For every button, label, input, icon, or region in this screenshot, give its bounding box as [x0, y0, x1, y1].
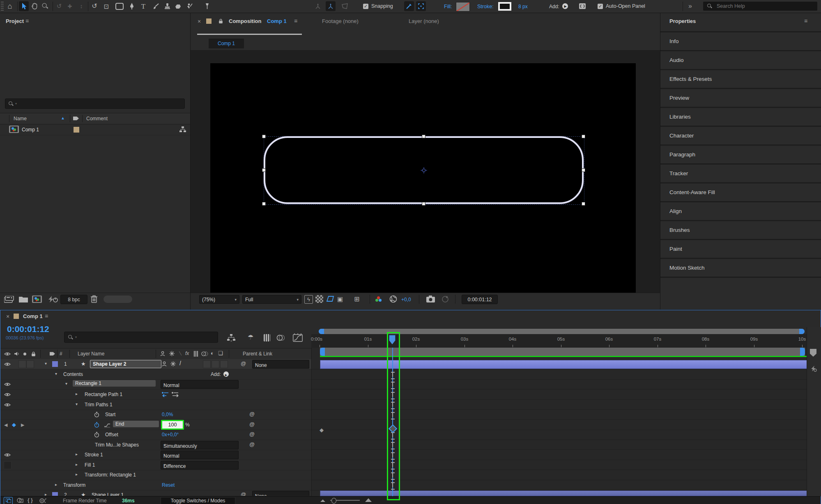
- panel-tab-audio[interactable]: Audio: [660, 51, 821, 70]
- channel-button[interactable]: [375, 296, 383, 302]
- layer-name[interactable]: Shape Layer 1: [92, 492, 124, 496]
- properties-panel-title[interactable]: Properties: [669, 18, 696, 24]
- comp-button-icon[interactable]: [810, 365, 817, 372]
- column-parent-link[interactable]: Parent & Link: [243, 351, 272, 357]
- eye-toggle-empty[interactable]: [4, 461, 11, 469]
- layer-label-swatch[interactable]: [52, 361, 58, 367]
- project-panel-menu-icon[interactable]: ≡: [25, 18, 29, 24]
- mask-visibility-button[interactable]: [326, 296, 335, 302]
- viewer-subtab[interactable]: Comp 1: [209, 39, 244, 48]
- fill-swatch[interactable]: [456, 2, 470, 11]
- hand-tool[interactable]: [30, 1, 39, 11]
- comp-marker-bin-icon[interactable]: [810, 349, 816, 357]
- timeline-zoom-in-icon[interactable]: [365, 498, 372, 502]
- end-value-input[interactable]: 100: [161, 420, 184, 430]
- pen-tool[interactable]: [127, 1, 137, 11]
- timeline-tab-comp[interactable]: Comp 1: [23, 313, 43, 319]
- close-tab-icon[interactable]: ×: [6, 313, 9, 320]
- next-keyframe-button[interactable]: ▶: [21, 422, 24, 428]
- property-row-start[interactable]: Start 0,0% @: [0, 410, 311, 420]
- parent-pick-whip-icon[interactable]: @: [241, 360, 246, 367]
- axis-mode-world[interactable]: [326, 1, 336, 11]
- parent-dropdown[interactable]: None▾: [252, 360, 309, 369]
- interpret-footage-icon[interactable]: [4, 296, 15, 303]
- stopwatch-active-icon[interactable]: [94, 422, 99, 428]
- selection-handle[interactable]: [582, 202, 585, 205]
- frame-blending-icon[interactable]: [264, 334, 270, 341]
- panel-tab-paragraph[interactable]: Paragraph: [660, 146, 821, 165]
- panel-tab-effects-presets[interactable]: Effects & Presets: [660, 70, 821, 89]
- layer-label-swatch[interactable]: [52, 492, 58, 496]
- tab-footage[interactable]: Footage (none): [322, 18, 359, 24]
- timeline-zoom-knob[interactable]: [331, 498, 336, 504]
- group-row-fill-1[interactable]: ▸ Fill 1 Difference▾: [0, 460, 311, 470]
- rotation-tool[interactable]: ↺: [90, 1, 99, 11]
- group-name[interactable]: Stroke 1: [85, 452, 103, 458]
- shape-tool[interactable]: [115, 1, 124, 11]
- timeline-zoom-out-icon[interactable]: [320, 499, 325, 502]
- exposure-value[interactable]: +0,0: [401, 297, 411, 302]
- group-row-trim-paths-1[interactable]: ▾ Trim Paths 1: [0, 400, 311, 410]
- group-name[interactable]: Trim Paths 1: [85, 402, 113, 408]
- add-menu-button[interactable]: ▶: [562, 3, 568, 9]
- current-timecode[interactable]: 0:00:01:12: [7, 324, 49, 334]
- selection-tool[interactable]: [19, 1, 29, 11]
- project-item-name[interactable]: Comp 1: [22, 127, 39, 133]
- shy-toggle-icon[interactable]: [161, 361, 167, 367]
- expand-chevron-icon[interactable]: ▸: [45, 492, 47, 496]
- tab-composition-comp-name[interactable]: Comp 1: [267, 18, 287, 24]
- tab-layer[interactable]: Layer (none): [409, 18, 439, 24]
- workspace-panel-button[interactable]: [577, 1, 587, 11]
- type-tool[interactable]: T: [138, 1, 148, 11]
- group-name[interactable]: Transform: [63, 482, 85, 488]
- tab-label-swatch[interactable]: [14, 314, 19, 319]
- properties-panel-menu-icon[interactable]: ≡: [804, 18, 807, 24]
- bit-depth-button[interactable]: 8 bpc: [60, 295, 87, 304]
- home-button[interactable]: ⌂: [5, 1, 15, 11]
- axis-mode-view[interactable]: [340, 1, 350, 11]
- property-name[interactable]: End: [113, 421, 159, 427]
- layer-name[interactable]: Shape Layer 2: [90, 360, 161, 368]
- panel-tab-info[interactable]: Info: [660, 32, 821, 51]
- blend-mode-dropdown[interactable]: Normal▾: [161, 451, 239, 459]
- pan-behind-tool[interactable]: ⊡: [101, 1, 111, 11]
- collapse-toggle-icon[interactable]: [170, 361, 176, 367]
- pan-camera-tool[interactable]: ✚: [65, 1, 75, 11]
- expand-layer-switches-button[interactable]: [4, 497, 13, 504]
- panel-tab-align[interactable]: Align: [660, 202, 821, 221]
- panel-tab-paint[interactable]: Paint: [660, 240, 821, 259]
- composition-canvas[interactable]: [210, 63, 636, 301]
- selection-handle[interactable]: [582, 135, 585, 138]
- panel-tab-motion-sketch[interactable]: Motion Sketch: [660, 259, 821, 278]
- expand-chevron-icon[interactable]: ▸: [76, 472, 78, 477]
- project-item-row[interactable]: Comp 1: [0, 124, 190, 135]
- dolly-camera-tool[interactable]: ↕: [76, 1, 86, 11]
- expand-chevron-icon[interactable]: ▾: [55, 371, 57, 376]
- stroke-swatch[interactable]: [498, 2, 511, 11]
- snapping-checkbox[interactable]: ✓ Snapping: [363, 3, 393, 9]
- column-name[interactable]: Name: [14, 116, 27, 121]
- auto-open-panel-checkbox[interactable]: ✓ Auto-Open Panel: [598, 3, 645, 9]
- flowchart-icon[interactable]: [179, 126, 186, 133]
- search-help-box[interactable]: [703, 2, 817, 11]
- toggle-switches-modes-button[interactable]: Toggle Switches / Modes: [161, 497, 235, 504]
- group-row-transform[interactable]: ▸ Transform Reset: [0, 480, 311, 490]
- fast-preview-button[interactable]: ϟ: [304, 295, 313, 304]
- path-direction-icon[interactable]: [161, 391, 170, 398]
- selection-handle[interactable]: [262, 169, 265, 172]
- pick-whip-icon[interactable]: @: [249, 431, 255, 437]
- pick-whip-icon[interactable]: @: [249, 441, 255, 447]
- parent-pick-whip-icon[interactable]: @: [241, 491, 246, 496]
- group-row-rectangle-1[interactable]: ▾ Rectangle 1 Normal▾: [0, 379, 311, 389]
- transparency-grid-button[interactable]: [315, 295, 323, 303]
- group-name[interactable]: Rectangle Path 1: [85, 392, 122, 397]
- trash-icon[interactable]: [91, 295, 97, 303]
- expand-chevron-icon[interactable]: ▾: [45, 361, 47, 366]
- snap-option-1[interactable]: [404, 1, 414, 11]
- expand-chevron-icon[interactable]: ▾: [65, 381, 67, 386]
- group-row-transform-rectangle-1[interactable]: ▸ Transform: Rectangle 1: [0, 470, 311, 480]
- brush-tool[interactable]: [151, 1, 161, 11]
- composition-mini-flowchart-icon[interactable]: [227, 334, 235, 341]
- property-row-offset[interactable]: Offset 0x+0,0° @: [0, 430, 311, 440]
- project-item-label-swatch[interactable]: [74, 127, 79, 133]
